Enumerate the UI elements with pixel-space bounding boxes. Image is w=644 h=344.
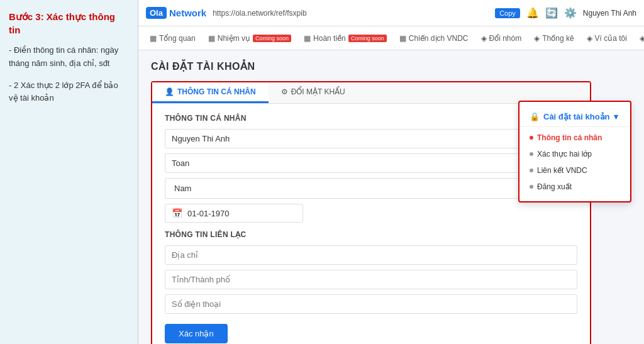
- dot-vndc: [530, 169, 533, 172]
- dropdown-label-vndc: Liên kết VNDC: [537, 166, 587, 175]
- main-area: Ola Network https://ola.network/ref/fsxp…: [138, 0, 644, 344]
- bell-icon[interactable]: 🔔: [526, 7, 539, 19]
- nav-item-vi[interactable]: ◈ Ví của tôi: [582, 31, 632, 45]
- topbar: Ola Network https://ola.network/ref/fsxp…: [138, 0, 644, 26]
- field-gender: Nam Nữ: [165, 178, 577, 199]
- dropdown-header: 🔒 Cài đặt tài khoản ▾: [519, 108, 630, 127]
- dot-2fa: [530, 152, 533, 156]
- step-desc-1: - Điền thông tin cá nhân: ngày tháng năm…: [9, 44, 129, 70]
- nav-label-vi: Ví của tôi: [595, 34, 627, 43]
- settings-icon[interactable]: ⚙️: [564, 7, 577, 19]
- nav-icon-thongke: ◈: [534, 34, 540, 43]
- nav-label-chiendich: Chiến dịch VNDC: [409, 34, 469, 43]
- nav-icon-hoidap: ◈: [640, 34, 644, 43]
- nav-item-hoidap[interactable]: ◈ Hỏi đáp: [635, 31, 644, 45]
- dropdown-label-logout: Đăng xuất: [537, 182, 572, 191]
- logo: Ola Network: [146, 7, 206, 19]
- step-title: Bước 3: Xác thực thông tin: [9, 10, 129, 36]
- lastname-input[interactable]: [165, 153, 577, 173]
- dropdown-item-logout[interactable]: Đăng xuất: [519, 179, 630, 195]
- dropdown-item-vndc[interactable]: Liên kết VNDC: [519, 162, 630, 179]
- nav-item-thongke[interactable]: ◈ Thống kê: [529, 31, 579, 45]
- dot-logout: [530, 185, 533, 189]
- dropdown-title: Cài đặt tài khoản: [543, 112, 610, 121]
- city-input[interactable]: [165, 270, 577, 289]
- field-firstname: [165, 129, 577, 148]
- nav-icon-hoantien: ▦: [304, 34, 311, 43]
- password-tab-icon: ⚙: [281, 87, 288, 96]
- nav-label-nhiemvu: Nhiệm vụ: [218, 34, 250, 43]
- annotation-panel: Bước 3: Xác thực thông tin - Điền thông …: [0, 0, 138, 344]
- tab-change-password[interactable]: ⚙ ĐỔI MẬT KHẨU: [269, 82, 358, 103]
- dropdown-chevron-icon: ▾: [614, 112, 618, 121]
- dropdown-lock-icon: 🔒: [530, 112, 540, 121]
- password-tab-label: ĐỔI MẬT KHẨU: [291, 87, 345, 96]
- address-input[interactable]: [165, 245, 577, 265]
- submit-button[interactable]: Xác nhận: [165, 324, 228, 343]
- nav-label-thongke: Thống kê: [542, 34, 574, 43]
- dropdown-label-personal: Thông tin cá nhân: [537, 133, 602, 142]
- nav-item-nhiemvu[interactable]: ▦ Nhiệm vụ Coming soon: [203, 31, 296, 45]
- personal-tab-label: THÔNG TIN CÁ NHÂN: [177, 87, 256, 96]
- field-city: [165, 270, 577, 289]
- nav-icon-nhiemvu: ▦: [208, 34, 215, 43]
- dropdown-item-2fa[interactable]: Xác thực hai lớp: [519, 146, 630, 162]
- field-lastname: [165, 153, 577, 173]
- section-contact-title: THÔNG TIN LIÊN LẠC: [165, 230, 577, 239]
- nav-item-tongtong[interactable]: ▦ Tổng quan: [145, 31, 201, 45]
- nav-item-hoantien[interactable]: ▦ Hoàn tiền Coming soon: [299, 31, 392, 45]
- personal-tab-icon: 👤: [165, 87, 174, 96]
- page-title: CÀI ĐẶT TÀI KHOẢN: [151, 60, 631, 72]
- nav-badge-nhiemvu: Coming soon: [253, 35, 291, 42]
- nav-icon-tongquan: ▦: [150, 34, 157, 43]
- account-dropdown: 🔒 Cài đặt tài khoản ▾ Thông tin cá nhân …: [518, 101, 631, 203]
- nav-label-hoantien: Hoàn tiền: [313, 34, 346, 43]
- field-address: [165, 245, 577, 265]
- topbar-icons: 🔔 🔄 ⚙️ Nguyen Thi Anh: [526, 7, 636, 19]
- dropdown-label-2fa: Xác thực hai lớp: [537, 150, 592, 158]
- date-field: 📅: [165, 204, 303, 223]
- tab-personal-info[interactable]: 👤 THÔNG TIN CÁ NHÂN: [152, 82, 269, 103]
- nav-label-tongquan: Tổng quan: [159, 34, 196, 43]
- dot-personal: [530, 136, 533, 140]
- calendar-icon: 📅: [172, 208, 182, 218]
- phone-input[interactable]: [165, 294, 577, 314]
- refresh-icon[interactable]: 🔄: [545, 7, 558, 19]
- page-content: CÀI ĐẶT TÀI KHOẢN 👤 THÔNG TIN CÁ NHÂN ⚙ …: [138, 50, 644, 344]
- nav-label-doinhom: Đổi nhóm: [489, 34, 522, 43]
- topbar-url: https://ola.network/ref/fsxpib: [213, 9, 489, 18]
- logo-network: Network: [169, 8, 206, 18]
- dropdown-item-personal[interactable]: Thông tin cá nhân: [519, 130, 630, 146]
- step-desc-2: - 2 Xác thực 2 lớp 2FA để bảo vệ tài kho…: [9, 79, 129, 106]
- nav-icon-chiendich: ▦: [399, 34, 406, 43]
- field-phone: [165, 294, 577, 314]
- gender-select[interactable]: Nam Nữ: [165, 178, 577, 199]
- nav-item-doinhom[interactable]: ◈ Đổi nhóm: [476, 31, 527, 45]
- copy-button[interactable]: Copy: [495, 8, 520, 18]
- navbar: ▦ Tổng quan ▦ Nhiệm vụ Coming soon ▦ Hoà…: [138, 26, 644, 50]
- birthdate-input[interactable]: [187, 209, 293, 218]
- nav-item-chiendich[interactable]: ▦ Chiến dịch VNDC: [394, 31, 474, 45]
- firstname-input[interactable]: [165, 129, 577, 148]
- nav-icon-doinhom: ◈: [481, 34, 487, 43]
- nav-badge-hoantien: Coming soon: [348, 35, 387, 42]
- nav-icon-vi: ◈: [587, 34, 592, 43]
- topbar-user: Nguyen Thi Anh: [583, 9, 636, 18]
- logo-ola: Ola: [146, 7, 167, 19]
- field-birthdate: 📅: [165, 204, 577, 223]
- section-personal-title: THÔNG TIN CÁ NHÂN: [165, 114, 577, 123]
